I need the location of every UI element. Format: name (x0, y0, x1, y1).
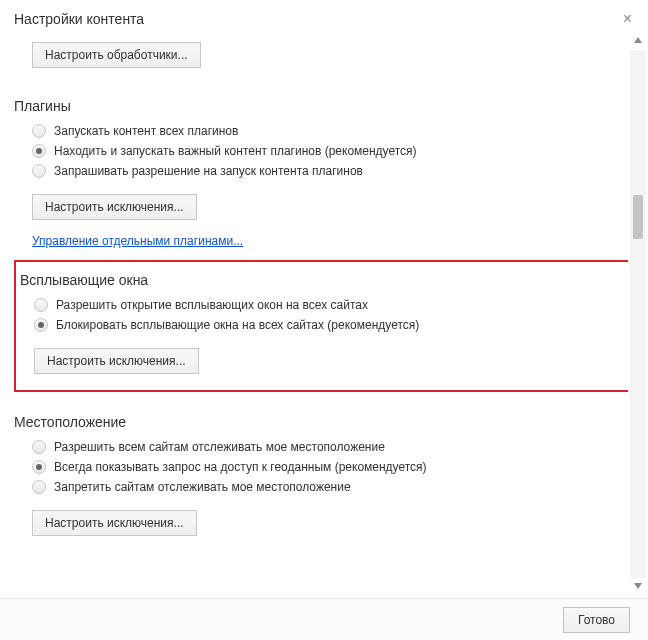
radio-icon[interactable] (34, 298, 48, 312)
radio-icon[interactable] (32, 460, 46, 474)
location-section-title: Местоположение (14, 414, 628, 430)
dialog-footer: Готово (0, 598, 648, 640)
plugins-exceptions-button[interactable]: Настроить исключения... (32, 194, 197, 220)
handlers-button[interactable]: Настроить обработчики... (32, 42, 201, 68)
radio-icon[interactable] (32, 440, 46, 454)
radio-icon[interactable] (32, 164, 46, 178)
location-option-2[interactable]: Запретить сайтам отслеживать мое местопо… (32, 480, 628, 494)
close-icon[interactable]: × (617, 8, 638, 30)
radio-icon[interactable] (32, 124, 46, 138)
scroll-thumb[interactable] (633, 195, 643, 239)
radio-icon[interactable] (34, 318, 48, 332)
plugins-option-2[interactable]: Запрашивать разрешение на запуск контент… (32, 164, 628, 178)
plugins-manage-link[interactable]: Управление отдельными плагинами... (32, 234, 243, 248)
done-button[interactable]: Готово (563, 607, 630, 633)
scrollbar[interactable] (628, 30, 648, 598)
location-option-1[interactable]: Всегда показывать запрос на доступ к гео… (32, 460, 628, 474)
plugins-option-1[interactable]: Находить и запускать важный контент плаг… (32, 144, 628, 158)
plugins-option-label: Запрашивать разрешение на запуск контент… (54, 164, 363, 178)
location-option-label: Запретить сайтам отслеживать мое местопо… (54, 480, 351, 494)
plugins-option-0[interactable]: Запускать контент всех плагинов (32, 124, 628, 138)
plugins-option-label: Запускать контент всех плагинов (54, 124, 238, 138)
popups-exceptions-button[interactable]: Настроить исключения... (34, 348, 199, 374)
scroll-down-icon[interactable] (630, 578, 646, 594)
location-option-label: Всегда показывать запрос на доступ к гео… (54, 460, 427, 474)
popups-highlight: Всплывающие окна Разрешить открытие вспл… (14, 260, 628, 392)
plugins-section-title: Плагины (14, 98, 628, 114)
popups-option-0[interactable]: Разрешить открытие всплывающих окон на в… (34, 298, 622, 312)
popups-option-label: Блокировать всплывающие окна на всех сай… (56, 318, 419, 332)
plugins-option-label: Находить и запускать важный контент плаг… (54, 144, 417, 158)
radio-icon[interactable] (32, 480, 46, 494)
dialog-title: Настройки контента (14, 11, 144, 27)
popups-option-1[interactable]: Блокировать всплывающие окна на всех сай… (34, 318, 622, 332)
popups-section-title: Всплывающие окна (20, 272, 622, 288)
content-region: Настроить обработчики... Плагины Запуска… (0, 30, 628, 598)
location-option-0[interactable]: Разрешить всем сайтам отслеживать мое ме… (32, 440, 628, 454)
popups-option-label: Разрешить открытие всплывающих окон на в… (56, 298, 368, 312)
location-exceptions-button[interactable]: Настроить исключения... (32, 510, 197, 536)
radio-icon[interactable] (32, 144, 46, 158)
location-option-label: Разрешить всем сайтам отслеживать мое ме… (54, 440, 385, 454)
scroll-up-icon[interactable] (630, 32, 646, 48)
scroll-track[interactable] (630, 50, 646, 578)
